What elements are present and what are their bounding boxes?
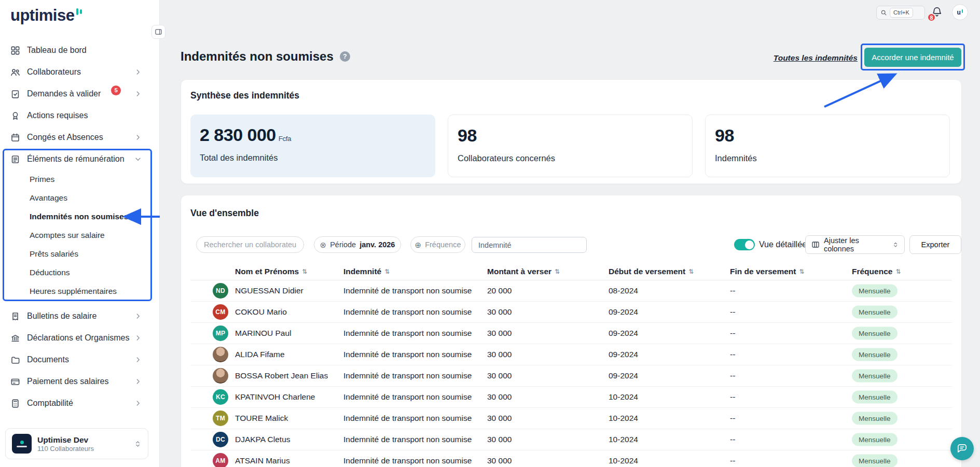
sort-icon: ⇅	[688, 268, 694, 275]
table-row[interactable]: DC DJAKPA Cletus Indemnité de transport …	[190, 429, 952, 450]
users-icon	[10, 67, 20, 77]
sidebar-item-elements-de-remuneration[interactable]: Éléments de rémunération	[0, 148, 159, 170]
chevron-updown-icon	[892, 242, 899, 248]
sidebar-subitem-prets-salaries[interactable]: Prêts salariés	[0, 245, 159, 263]
header-frequence[interactable]: Fréquence⇅	[852, 267, 901, 276]
sidebar-item-declarations-et-organismes[interactable]: Déclarations et Organismes	[0, 327, 159, 349]
table-row[interactable]: AM ATSAIN Marius Indemnité de transport …	[190, 450, 952, 467]
stat-label: Indemnités	[715, 153, 757, 163]
table-row[interactable]: CM COKOU Mario Indemnité de transport no…	[190, 302, 952, 323]
grant-indemnity-button[interactable]: Accorder une indemnité	[864, 48, 961, 67]
start-date: 09-2024	[609, 371, 638, 380]
notification-count-badge: 8	[927, 13, 936, 22]
org-switcher[interactable]: Uptimise Dev 110 Collaborateurs	[5, 428, 148, 459]
sidebar-item-tableau-de-bord[interactable]: Tableau de bord	[0, 39, 159, 61]
header-fin-de-versement[interactable]: Fin de versement⇅	[730, 267, 805, 276]
table-body: ND NGUESSAN Didier Indemnité de transpor…	[190, 280, 952, 467]
start-date: 10-2024	[609, 392, 638, 402]
amount-value: 30 000	[487, 371, 512, 380]
user-avatar[interactable]: u	[952, 4, 968, 20]
logo-bars-icon	[76, 8, 82, 15]
end-date: --	[730, 392, 735, 402]
frequency-badge: Mensuelle	[852, 348, 898, 361]
stat-label: Collaborateurs concernés	[458, 153, 555, 163]
sidebar-item-paiement-des-salaires[interactable]: Paiement des salaires	[0, 371, 159, 392]
subitem-label: Prêts salariés	[30, 249, 78, 259]
summary-title: Synthèse des indemnités	[190, 90, 299, 101]
chat-button[interactable]	[950, 437, 974, 460]
sidebar-collapse-button[interactable]	[151, 25, 165, 39]
global-search[interactable]: Ctrl+K	[876, 6, 925, 20]
clipboard-check-icon	[10, 89, 20, 99]
sort-icon: ⇅	[555, 268, 560, 275]
table-row[interactable]: ND NGUESSAN Didier Indemnité de transpor…	[190, 280, 952, 302]
end-date: --	[730, 414, 735, 423]
employee-name: TOURE Malick	[235, 414, 288, 423]
adjust-columns-button[interactable]: Ajuster les colonnes	[805, 235, 905, 254]
indemnity-type: Indemnité de transport non soumise	[343, 350, 472, 359]
sidebar-item-label: Documents	[27, 355, 69, 364]
collaborator-search-input[interactable]	[196, 236, 304, 253]
chat-icon	[956, 443, 968, 455]
list-icon	[10, 154, 20, 164]
export-button[interactable]: Exporter	[909, 235, 961, 254]
sidebar-item-comptabilite[interactable]: Comptabilité	[0, 392, 159, 414]
sort-icon: ⇅	[384, 268, 390, 275]
sidebar-item-demandes-a-valider[interactable]: Demandes à valider 5	[0, 83, 159, 105]
sidebar-item-conges-et-absences[interactable]: Congés et Absences	[0, 126, 159, 148]
table-row[interactable]: TM TOURE Malick Indemnité de transport n…	[190, 408, 952, 429]
sidebar-item-label: Demandes à valider	[27, 89, 101, 98]
amount-value: 30 000	[487, 350, 512, 359]
avatar: ND	[213, 283, 228, 299]
table-row[interactable]: ALIDA Fifame Indemnité de transport non …	[190, 344, 952, 365]
sort-icon: ⇅	[799, 268, 805, 275]
period-value: janv. 2026	[360, 240, 395, 249]
sidebar-item-collaborateurs[interactable]: Collaborateurs	[0, 61, 159, 83]
employee-name: BOSSA Robert Jean Elias	[235, 371, 328, 380]
header-label: Fréquence	[852, 267, 892, 276]
all-indemnities-link[interactable]: Toutes les indemnités	[774, 53, 858, 63]
uptimise-logo[interactable]: uptimise	[10, 7, 82, 23]
card-icon	[10, 377, 20, 387]
table-header: Nom et Prénoms⇅ Indemnité⇅ Montant à ver…	[190, 263, 952, 280]
subitem-label: Déductions	[30, 268, 70, 277]
header-nom-et-prenoms[interactable]: Nom et Prénoms⇅	[235, 267, 307, 276]
frequency-badge: Mensuelle	[852, 370, 898, 383]
start-date: 10-2024	[609, 414, 638, 423]
header-indemnite[interactable]: Indemnité⇅	[343, 267, 390, 276]
table-row[interactable]: BOSSA Robert Jean Elias Indemnité de tra…	[190, 365, 952, 387]
frequency-filter-chip[interactable]: ⊕ Fréquence	[410, 236, 465, 253]
sidebar-item-label: Collaborateurs	[27, 67, 81, 77]
indemnity-type: Indemnité de transport non soumise	[343, 329, 472, 338]
receipt-icon	[10, 312, 20, 321]
header-montant-a-verser[interactable]: Montant à verser⇅	[487, 267, 560, 276]
table-row[interactable]: MP MARINOU Paul Indemnité de transport n…	[190, 323, 952, 344]
stat-total-indemnities: 2 830 000Fcfa Total des indemnités	[190, 115, 435, 177]
period-filter-chip[interactable]: ⊗ Période janv. 2026	[314, 236, 401, 253]
help-icon[interactable]: ?	[340, 51, 350, 62]
sidebar-item-documents[interactable]: Documents	[0, 349, 159, 371]
header-label: Nom et Prénoms	[235, 267, 299, 276]
sidebar-subitem-heures-supplementaires[interactable]: Heures supplémentaires	[0, 282, 159, 301]
sidebar-item-actions-requises[interactable]: Actions requises	[0, 105, 159, 126]
circle-x-icon[interactable]: ⊗	[320, 241, 327, 249]
sidebar-subitem-acomptes-sur-salaire[interactable]: Acomptes sur salaire	[0, 226, 159, 245]
table-row[interactable]: KC KPATINVOH Charlene Indemnité de trans…	[190, 387, 952, 408]
employee-name: KPATINVOH Charlene	[235, 392, 315, 402]
notifications-button[interactable]: 8	[931, 6, 944, 19]
sidebar-subitem-primes[interactable]: Primes	[0, 170, 159, 189]
sidebar-subitem-indemnites-non-soumises[interactable]: Indemnités non soumises	[0, 207, 159, 226]
sidebar-subitem-deductions[interactable]: Déductions	[0, 263, 159, 282]
header-debut-de-versement[interactable]: Début de versement⇅	[609, 267, 694, 276]
sidebar-item-bulletins-de-salaire[interactable]: Bulletins de salaire	[0, 305, 159, 327]
bank-icon	[10, 333, 20, 343]
pending-count-badge: 5	[111, 86, 121, 95]
chevron-right-icon	[134, 334, 142, 342]
detailed-view-toggle[interactable]	[734, 239, 755, 250]
avatar: CM	[213, 304, 228, 320]
frequency-badge: Mensuelle	[852, 285, 898, 298]
amount-value: 20 000	[487, 286, 512, 295]
sidebar-subitem-avantages[interactable]: Avantages	[0, 189, 159, 207]
indemnity-filter-input[interactable]	[472, 237, 587, 253]
employee-name: DJAKPA Cletus	[235, 435, 291, 444]
